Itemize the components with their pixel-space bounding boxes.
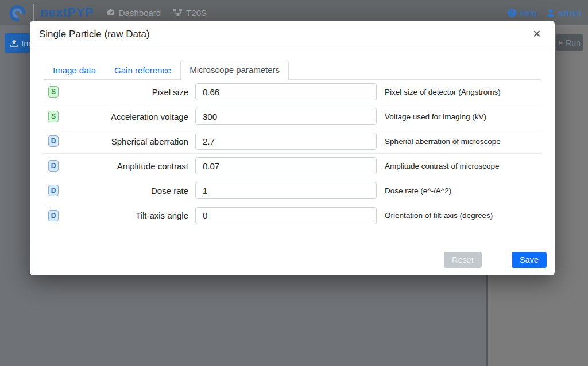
brand-name: nextPYP	[40, 5, 94, 20]
param-row-acceleration-voltage: S Acceleration voltage Voltage used for …	[44, 104, 541, 129]
param-description: Voltage used for imaging (kV)	[384, 112, 541, 121]
help-link[interactable]: ? Help	[508, 8, 537, 18]
param-label: Amplitude contrast	[67, 161, 188, 171]
project-diagram-icon	[173, 9, 183, 17]
import-icon	[10, 39, 18, 47]
param-row-tilt-axis-angle: D Tilt-axis angle Orientation of tilt-ax…	[44, 203, 541, 228]
topbar-right-links: ? Help admin	[508, 8, 581, 18]
tab-gain-reference[interactable]: Gain reference	[105, 60, 180, 80]
param-label: Dose rate	[67, 186, 188, 196]
param-row-pixel-size: S Pixel size Pixel size of detector (Ang…	[44, 80, 541, 104]
param-row-dose-rate: D Dose rate Dose rate (e^-/A^2)	[44, 178, 541, 203]
run-button-label: Run	[566, 38, 581, 48]
data-scope-badge: D	[48, 160, 59, 172]
dialog-title: Single Particle (raw Data)	[39, 29, 150, 40]
user-icon	[546, 9, 555, 17]
param-input-acceleration-voltage[interactable]	[195, 108, 377, 125]
param-label: Spherical aberration	[67, 137, 188, 146]
dialog-header: Single Particle (raw Data) ✕	[30, 21, 555, 48]
param-row-spherical-aberration: D Spherical aberration Spherial aberrati…	[44, 129, 541, 154]
param-description: Amplitude contrast of microscope	[384, 162, 541, 170]
tab-microscope-parameters[interactable]: Microscope parameters	[180, 60, 289, 80]
screen: nextPYP Dashboard T20S	[0, 0, 588, 366]
tab-bar: Image data Gain reference Microscope par…	[44, 57, 541, 80]
close-icon[interactable]: ✕	[528, 27, 546, 41]
help-label: Help	[519, 8, 537, 18]
data-scope-badge: D	[48, 185, 59, 196]
help-icon: ?	[508, 9, 516, 17]
top-nav-links: Dashboard T20S	[106, 8, 207, 18]
nav-project-label: T20S	[186, 8, 207, 18]
dialog-body: Image data Gain reference Microscope par…	[30, 48, 555, 243]
admin-user-link[interactable]: admin	[546, 8, 581, 18]
param-label: Pixel size	[67, 87, 188, 97]
data-scope-badge: D	[48, 210, 59, 221]
run-button[interactable]: ▶ Run	[556, 34, 583, 51]
param-description: Spherial aberration of microscope	[384, 137, 541, 146]
brand-separator	[33, 4, 34, 21]
wave-logo-icon	[7, 2, 28, 23]
param-input-pixel-size[interactable]	[195, 83, 377, 100]
single-particle-dialog: Single Particle (raw Data) ✕ Image data …	[30, 21, 555, 275]
dialog-footer: Reset Save	[30, 243, 555, 276]
admin-label: admin	[558, 8, 581, 18]
nav-project-t20s[interactable]: T20S	[173, 8, 207, 18]
tab-image-data[interactable]: Image data	[44, 60, 105, 80]
data-scope-badge: D	[48, 135, 59, 147]
param-description: Dose rate (e^-/A^2)	[384, 186, 541, 195]
nav-dashboard[interactable]: Dashboard	[106, 8, 161, 18]
brand[interactable]: nextPYP	[7, 2, 94, 23]
param-description: Orientation of tilt-axis (degrees)	[384, 211, 541, 220]
reset-button[interactable]: Reset	[444, 252, 482, 268]
param-input-spherical-aberration[interactable]	[195, 133, 377, 150]
parameter-list: S Pixel size Pixel size of detector (Ang…	[44, 80, 541, 228]
shared-scope-badge: S	[48, 86, 59, 98]
param-row-amplitude-contrast: D Amplitude contrast Amplitude contrast …	[44, 154, 541, 178]
param-input-dose-rate[interactable]	[195, 182, 377, 199]
dashboard-icon	[106, 8, 115, 17]
nav-dashboard-label: Dashboard	[119, 8, 161, 18]
shared-scope-badge: S	[48, 111, 59, 122]
param-label: Tilt-axis angle	[67, 211, 188, 220]
param-input-tilt-axis-angle[interactable]	[195, 207, 377, 224]
play-icon: ▶	[559, 40, 563, 45]
param-input-amplitude-contrast[interactable]	[195, 157, 377, 174]
param-description: Pixel size of detector (Angstroms)	[384, 88, 541, 96]
save-button[interactable]: Save	[512, 252, 547, 268]
param-label: Acceleration voltage	[67, 112, 188, 122]
